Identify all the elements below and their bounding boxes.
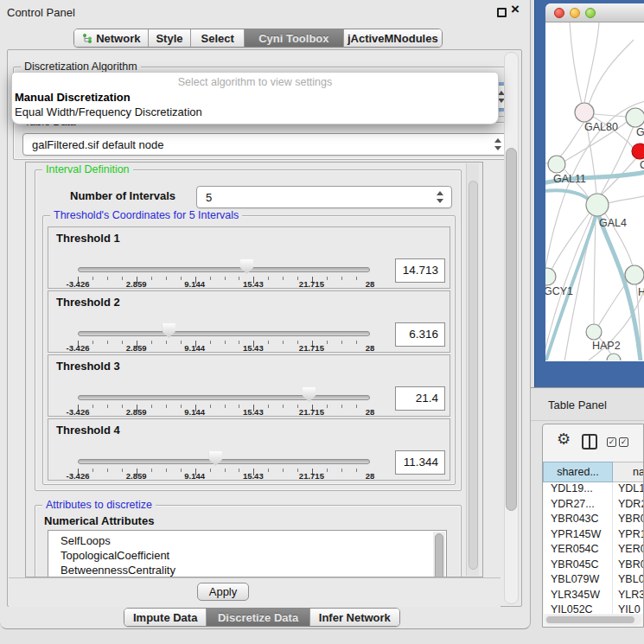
threshold-3-panel: Threshold 3 -3.426 2.859 9.144 (48, 354, 450, 417)
node-bottom[interactable] (607, 354, 621, 360)
close-traffic-light-icon[interactable] (554, 8, 564, 18)
table-horizontal-scrollbar-thumb[interactable] (546, 616, 634, 623)
slider-track[interactable] (78, 331, 370, 336)
threshold-2-value[interactable]: 6.316 (395, 322, 445, 347)
cell[interactable]: YPR1 (613, 528, 644, 544)
tab-jactivemnodules[interactable]: jActiveMNodules (343, 29, 442, 47)
node-right-mid[interactable] (625, 265, 644, 284)
checkbox-icon[interactable]: ✓ (607, 437, 616, 447)
node-gal4[interactable] (586, 194, 609, 216)
column-header-shared-name[interactable]: shared... (543, 462, 613, 482)
tab-select[interactable]: Select (190, 29, 244, 47)
list-item[interactable]: TopologicalCoefficient (48, 548, 446, 563)
node-red-selected[interactable] (632, 143, 644, 159)
table-body: YDL19...YDL1 YDR27...YDR2 YBR043CYBR0 YP… (544, 482, 644, 614)
cell[interactable]: YLR3 (613, 589, 644, 604)
tab-impute-data[interactable]: Impute Data (124, 609, 206, 626)
table-row[interactable]: YDR27...YDR2 (544, 498, 644, 513)
tab-label: Impute Data (133, 611, 197, 624)
list-item[interactable]: BetweennessCentrality (48, 563, 446, 577)
table-row[interactable]: YBR043CYBR0 (544, 513, 644, 528)
slider-track[interactable] (78, 395, 370, 400)
number-of-intervals-combobox[interactable]: 5 (196, 186, 452, 208)
threshold-4-value[interactable]: 11.344 (395, 450, 445, 475)
cell[interactable]: YBR043C (544, 513, 613, 528)
cell[interactable]: YER054C (544, 543, 613, 558)
zoom-traffic-light-icon[interactable] (585, 8, 596, 18)
top-tab-bar: Network Style Select Cyni Toolbox jActiv… (73, 29, 443, 48)
settings-scrollbar[interactable] (466, 163, 479, 576)
apply-button[interactable]: Apply (197, 583, 249, 601)
cell[interactable]: YBR045C (544, 558, 613, 574)
minimize-traffic-light-icon[interactable] (570, 8, 580, 18)
table-data-combobox[interactable]: galFiltered.sif default node (22, 133, 510, 156)
bottom-tab-bar: Impute Data Discretize Data Infer Networ… (124, 608, 400, 627)
close-icon[interactable]: × (511, 1, 520, 18)
table-row[interactable]: YBR045CYBR0 (544, 558, 644, 574)
table-row[interactable]: YBL079WYBL0 (544, 573, 644, 589)
node-hap2[interactable] (586, 324, 602, 340)
list-scrollbar[interactable] (433, 532, 445, 577)
tab-label: Infer Network (319, 611, 391, 624)
column-header-name[interactable]: na (613, 462, 644, 482)
cell[interactable]: YLR345W (544, 589, 613, 604)
tick-label: 28 (366, 343, 375, 353)
settings-scrollbar-thumb[interactable] (469, 181, 478, 570)
slider-track[interactable] (78, 267, 370, 272)
cell[interactable]: YBR0 (613, 558, 644, 574)
cell[interactable]: YDL1 (613, 482, 644, 498)
node-label-c: C (640, 159, 644, 171)
panel-scrollbar-thumb[interactable] (506, 148, 517, 511)
table-row[interactable]: YIL052CYIL0 (544, 603, 644, 614)
apply-row: Apply (9, 577, 501, 607)
node-gcy1[interactable] (545, 268, 556, 285)
table-row[interactable]: YER054CYER0 (544, 543, 644, 558)
list-scrollbar-thumb[interactable] (435, 533, 443, 577)
control-panel-window: Control Panel × Network Style Select Cyn… (0, 0, 531, 629)
tick-label: 21.715 (299, 471, 324, 481)
network-view-frame: GAL80 GA C GAL11 GAL4 GCY1 H HAP2 (534, 0, 644, 387)
tab-discretize-data[interactable]: Discretize Data (206, 609, 309, 626)
slider-track[interactable] (78, 459, 370, 464)
cell[interactable]: YBL0 (613, 573, 644, 589)
tab-cyni-toolbox[interactable]: Cyni Toolbox (244, 29, 342, 47)
split-columns-icon[interactable] (582, 434, 597, 450)
dropdown-option-manual-discretization[interactable]: Manual Discretization (15, 91, 131, 104)
table-horizontal-scrollbar[interactable] (545, 615, 641, 625)
tick-label: -3.426 (67, 343, 90, 353)
table-row[interactable]: YLR345WYLR3 (544, 589, 644, 604)
tick-label: 21.715 (299, 407, 324, 417)
table-row[interactable]: YPR145WYPR1 (544, 528, 644, 544)
restore-icon[interactable] (497, 8, 507, 17)
cell[interactable]: YIL052C (544, 603, 613, 614)
network-window-titlebar (545, 3, 644, 22)
cell[interactable]: YIL0 (613, 603, 644, 614)
network-canvas[interactable]: GAL80 GA C GAL11 GAL4 GCY1 H HAP2 (545, 22, 644, 360)
cell[interactable]: YDL19... (544, 482, 613, 498)
tab-infer-network[interactable]: Infer Network (309, 609, 399, 626)
node-top-right[interactable] (626, 108, 644, 127)
threshold-3-value[interactable]: 21.4 (395, 386, 445, 411)
list-item[interactable]: SelfLoops (48, 533, 446, 548)
node-label-gcy1: GCY1 (545, 285, 573, 297)
threshold-1-value[interactable]: 14.713 (395, 258, 445, 283)
panel-scrollbar[interactable] (504, 52, 519, 604)
cell[interactable]: YDR27... (544, 498, 613, 513)
table-row[interactable]: YDL19...YDL1 (544, 482, 644, 498)
checkbox-icon[interactable]: ✓ (619, 437, 628, 447)
tick-label: 15.43 (243, 407, 264, 417)
dropdown-option-equal-width-frequency[interactable]: Equal Width/Frequency Discretization (15, 105, 202, 118)
cell[interactable]: YDR2 (613, 498, 644, 513)
cell[interactable]: YER0 (613, 543, 644, 558)
tick-label: 2.859 (126, 407, 147, 417)
slider-major-ticks (78, 469, 371, 475)
node-gal11[interactable] (548, 156, 565, 173)
cell[interactable]: YBR0 (613, 513, 644, 528)
node-gal80[interactable] (575, 103, 594, 122)
cell[interactable]: YBL079W (544, 573, 613, 589)
tab-network[interactable]: Network (74, 29, 148, 47)
group-title-attributes: Attributes to discretize (42, 499, 156, 511)
cell[interactable]: YPR145W (544, 528, 613, 544)
tab-style[interactable]: Style (148, 29, 191, 47)
gear-icon[interactable]: ⚙ (557, 430, 571, 449)
